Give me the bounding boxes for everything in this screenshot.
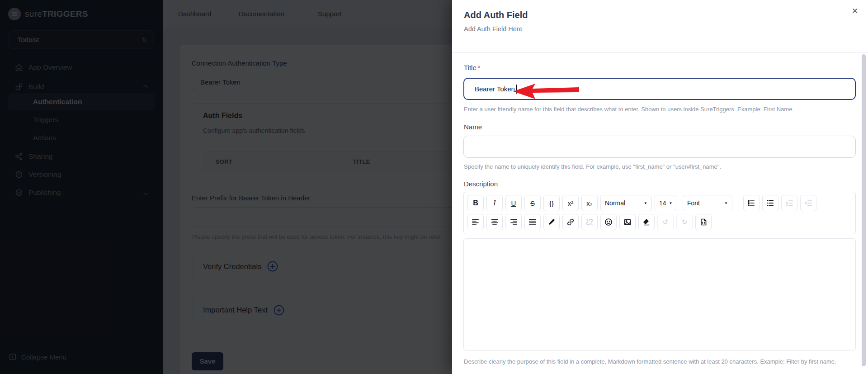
text-color-button[interactable] bbox=[543, 214, 560, 230]
unlink-icon bbox=[585, 218, 594, 226]
red-arrow-annotation bbox=[512, 83, 580, 100]
paragraph-style-select[interactable]: Normal▼ bbox=[600, 195, 652, 211]
code-block-button[interactable]: {} bbox=[543, 195, 560, 211]
name-field-label: Name bbox=[464, 123, 482, 131]
font-family-select[interactable]: Font▼ bbox=[683, 195, 732, 211]
add-auth-field-drawer: Add Auth Field Add Auth Field Here ✕ Tit… bbox=[452, 0, 868, 374]
undo-button[interactable]: ↺ bbox=[657, 214, 674, 230]
name-field-helper: Specify the name to uniquely identify th… bbox=[464, 162, 862, 171]
bullet-list-button[interactable] bbox=[743, 195, 760, 211]
align-left-button[interactable] bbox=[467, 214, 484, 230]
caret-down-icon: ▼ bbox=[724, 201, 728, 205]
align-right-button[interactable] bbox=[505, 214, 522, 230]
emoji-icon bbox=[604, 218, 613, 226]
bold-button[interactable]: B bbox=[467, 195, 484, 211]
close-icon[interactable]: ✕ bbox=[852, 6, 858, 16]
drawer-title: Add Auth Field bbox=[464, 10, 528, 20]
insert-link-button[interactable] bbox=[562, 214, 579, 230]
code-document-icon bbox=[699, 218, 708, 226]
ordered-list-icon bbox=[766, 199, 774, 207]
image-icon bbox=[623, 218, 632, 226]
strikethrough-button[interactable]: S bbox=[524, 195, 541, 211]
drawer-subtitle: Add Auth Field Here bbox=[464, 25, 523, 33]
description-field-label: Description bbox=[464, 180, 498, 188]
code-view-button[interactable] bbox=[695, 214, 712, 230]
indent-icon bbox=[785, 199, 793, 207]
align-justify-icon bbox=[528, 218, 537, 226]
richtext-toolbar: B I U S {} x² x₂ Normal▼ 14▼ Font▼ bbox=[463, 192, 856, 234]
superscript-button[interactable]: x² bbox=[562, 195, 579, 211]
align-left-icon bbox=[472, 218, 480, 226]
remove-link-button[interactable] bbox=[581, 214, 598, 230]
subscript-button[interactable]: x₂ bbox=[581, 195, 598, 211]
name-input[interactable] bbox=[463, 136, 856, 158]
required-asterisk: * bbox=[478, 64, 481, 71]
description-editor-area[interactable] bbox=[463, 238, 856, 350]
toolbar-row-2: ↺ ↻ bbox=[467, 214, 852, 230]
outdent-icon bbox=[804, 199, 812, 207]
align-right-icon bbox=[509, 218, 518, 226]
drawer-scrollbar-thumb[interactable] bbox=[862, 54, 866, 366]
font-size-select[interactable]: 14▼ bbox=[655, 195, 676, 211]
pen-icon bbox=[547, 218, 556, 226]
align-center-button[interactable] bbox=[486, 214, 503, 230]
link-icon bbox=[566, 218, 575, 226]
toolbar-row-1: B I U S {} x² x₂ Normal▼ 14▼ Font▼ bbox=[467, 195, 852, 211]
clear-format-button[interactable] bbox=[638, 214, 655, 230]
caret-down-icon: ▼ bbox=[669, 201, 673, 205]
drawer-divider bbox=[452, 52, 868, 53]
title-field-label: Title* bbox=[464, 64, 481, 71]
outdent-button[interactable] bbox=[800, 195, 816, 211]
underline-button[interactable]: U bbox=[505, 195, 522, 211]
align-center-icon bbox=[491, 218, 499, 226]
emoji-button[interactable] bbox=[600, 214, 617, 230]
align-justify-button[interactable] bbox=[524, 214, 541, 230]
redo-button[interactable]: ↻ bbox=[676, 214, 693, 230]
bullet-list-icon bbox=[747, 199, 755, 207]
eraser-icon bbox=[642, 218, 651, 226]
insert-image-button[interactable] bbox=[619, 214, 636, 230]
caret-down-icon: ▼ bbox=[644, 201, 647, 205]
title-field-helper: Enter a user friendly name for this fiel… bbox=[464, 105, 862, 114]
indent-button[interactable] bbox=[781, 195, 797, 211]
ordered-list-button[interactable] bbox=[762, 195, 778, 211]
italic-button[interactable]: I bbox=[486, 195, 503, 211]
description-field-helper: Describe clearly the purpose of this fie… bbox=[464, 357, 839, 366]
title-input-value: Bearer Token bbox=[475, 85, 515, 93]
